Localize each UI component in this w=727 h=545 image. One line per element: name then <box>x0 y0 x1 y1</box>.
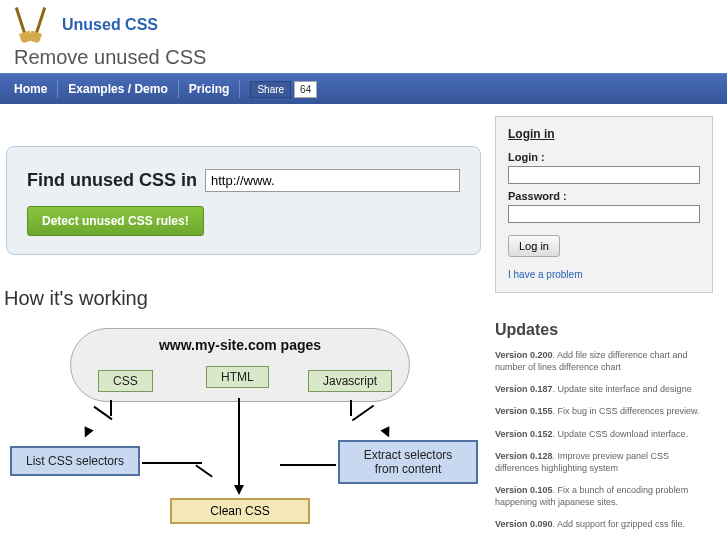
fb-share-button[interactable]: Share <box>250 81 291 98</box>
fb-share[interactable]: Share 64 <box>250 81 317 98</box>
workflow-diagram: www.my-site.com pages CSS HTML Javascrip… <box>10 328 470 528</box>
password-label: Password : <box>508 190 700 202</box>
search-label: Find unused CSS in <box>27 170 197 191</box>
update-item: Version 0.155. Fix bug in CSS difference… <box>495 405 713 417</box>
box-clean-css: Clean CSS <box>170 498 310 524</box>
box-extract-selectors: Extract selectors from content <box>338 440 478 484</box>
password-input[interactable] <box>508 205 700 223</box>
nav-home[interactable]: Home <box>14 80 58 98</box>
nav-examples[interactable]: Examples / Demo <box>58 80 178 98</box>
tag-js: Javascript <box>308 370 392 392</box>
site-title-link[interactable]: Unused CSS <box>62 16 158 34</box>
update-item: Version 0.090. Add support for gzipped c… <box>495 518 713 530</box>
tag-css: CSS <box>98 370 153 392</box>
update-item: Version 0.187. Update site interface and… <box>495 383 713 395</box>
tag-html: HTML <box>206 366 269 388</box>
nav-pricing[interactable]: Pricing <box>179 80 241 98</box>
updates-title: Updates <box>495 321 713 339</box>
login-input[interactable] <box>508 166 700 184</box>
url-input[interactable] <box>205 169 460 192</box>
update-item: Version 0.128. Improve preview panel CSS… <box>495 450 713 474</box>
tagline: Remove unused CSS <box>14 46 715 69</box>
fb-share-count: 64 <box>294 81 317 98</box>
updates-panel: Updates Version 0.200. Add file size dif… <box>495 321 713 530</box>
update-item: Version 0.200. Add file size difference … <box>495 349 713 373</box>
search-panel: Find unused CSS in Detect unused CSS rul… <box>6 146 481 255</box>
navbar: Home Examples / Demo Pricing Share 64 <box>0 73 727 104</box>
update-item: Version 0.152. Update CSS download inter… <box>495 428 713 440</box>
login-panel: Login in Login : Password : Log in I hav… <box>495 116 713 293</box>
box-list-selectors: List CSS selectors <box>10 446 140 476</box>
brooms-icon <box>12 6 50 44</box>
detect-button[interactable]: Detect unused CSS rules! <box>27 206 204 236</box>
problem-link[interactable]: I have a problem <box>508 269 583 280</box>
cloud-title: www.my-site.com pages <box>159 337 321 353</box>
header: Unused CSS Remove unused CSS <box>0 0 727 73</box>
login-label: Login : <box>508 151 700 163</box>
update-item: Version 0.105. Fix a bunch of encoding p… <box>495 484 713 508</box>
login-title: Login in <box>508 127 700 141</box>
how-heading: How it's working <box>4 287 481 310</box>
login-button[interactable]: Log in <box>508 235 560 257</box>
